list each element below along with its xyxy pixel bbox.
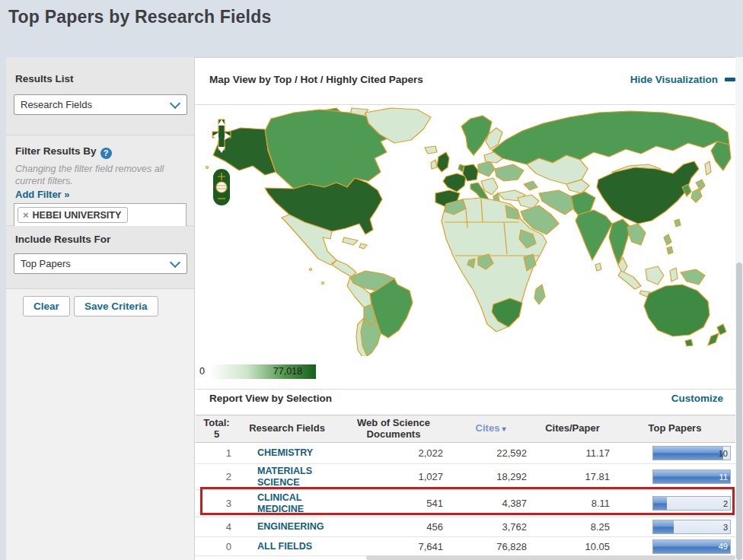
hide-visualization-label[interactable]: Hide Visualization [630, 74, 718, 85]
col-header-cites-per-paper: Cites/Paper [531, 415, 614, 442]
map-zoom-control[interactable] [213, 169, 230, 205]
top-papers-bar: 49 [652, 539, 731, 554]
col-header-research-fields: Research Fields [238, 415, 336, 442]
cites-cell: 76,828 [451, 541, 531, 552]
south-america[interactable] [347, 271, 413, 356]
rank-cell: 2 [196, 471, 238, 482]
report-table: Total:5 Research Fields Web of Science D… [196, 415, 735, 556]
remove-tag-icon[interactable]: × [23, 209, 29, 221]
results-list-dropdown-value: Research Fields [14, 99, 171, 110]
include-results-dropdown-value: Top Papers [14, 258, 171, 269]
bar-value-label: 11 [719, 473, 728, 482]
top-papers-cell: 2 [614, 496, 735, 511]
table-row-chemistry[interactable]: 1 CHEMISTRY 2,022 22,592 11.17 10 [196, 443, 735, 464]
rank-cell: 3 [196, 498, 238, 509]
add-filter-link[interactable]: Add Filter » [15, 189, 70, 200]
scale-min-label: 0 [199, 366, 205, 377]
europe[interactable] [431, 116, 525, 207]
filter-tags-box: × HEBEI UNIVERSITY [14, 203, 187, 227]
rank-cell: 4 [196, 521, 238, 533]
wos-cell: 1,027 [336, 471, 451, 482]
filter-section: Filter Results By? Changing the filter f… [6, 135, 194, 226]
chevron-down-icon [170, 256, 180, 267]
scale-max-label: 77,018 [273, 366, 302, 377]
globe-icon [216, 182, 227, 192]
top-papers-cell: 11 [614, 469, 735, 484]
total-value: 5 [214, 428, 219, 440]
filter-heading-label: Filter Results By [15, 145, 97, 157]
country-china [597, 161, 699, 224]
top-papers-bar: 2 [652, 496, 731, 511]
save-criteria-button[interactable]: Save Criteria [74, 296, 158, 317]
rank-cell: 1 [196, 447, 238, 459]
cites-header-label[interactable]: Cites [476, 423, 500, 434]
cites-cell: 18,292 [451, 471, 531, 482]
map-view-title: Map View by Top / Hot / Highly Cited Pap… [209, 74, 423, 85]
question-mark-icon[interactable]: ? [100, 148, 112, 159]
filter-tag-hebei-university[interactable]: × HEBEI UNIVERSITY [18, 207, 128, 223]
top-papers-cell: 49 [614, 539, 735, 554]
divider [196, 389, 735, 390]
filter-note: Changing the filter field removes all cu… [15, 164, 183, 187]
north-america[interactable] [213, 108, 437, 277]
results-list-dropdown[interactable]: Research Fields [14, 94, 187, 115]
table-row-engineering[interactable]: 4 ENGINEERING 456 3,762 8.25 3 [196, 517, 735, 537]
table-row-all-fields[interactable]: 0 ALL FIELDS 7,641 76,828 10.05 49 [196, 537, 735, 556]
top-papers-cell: 10 [614, 446, 735, 460]
sort-descending-icon: ▾ [502, 425, 505, 434]
bar-value-label: 49 [719, 542, 728, 551]
filter-tag-label: HEBEI UNIVERSITY [33, 210, 122, 221]
field-link[interactable]: ALL FIELDS [238, 541, 336, 552]
country-indonesia [646, 266, 664, 285]
results-list-section: Results List Research Fields [6, 57, 194, 135]
vertical-scrollbar-thumb[interactable] [736, 262, 742, 560]
col-header-total: Total:5 [196, 415, 238, 442]
customize-link[interactable]: Customize [671, 393, 723, 404]
wos-cell: 456 [336, 521, 451, 533]
hide-visualization-link[interactable]: Hide Visualization [594, 74, 735, 85]
field-link[interactable]: CHEMISTRY [238, 447, 336, 459]
cpp-cell: 10.05 [531, 541, 614, 552]
bar-value-label: 10 [719, 449, 728, 458]
field-link[interactable]: ENGINEERING [238, 521, 336, 533]
cites-cell: 4,387 [451, 498, 531, 509]
col-header-cites-sort[interactable]: Cites▾ [451, 415, 531, 442]
minus-icon [725, 78, 735, 81]
country-japan [696, 180, 705, 190]
cpp-cell: 17.81 [531, 471, 614, 482]
wos-cell: 541 [336, 498, 451, 509]
color-scale-bar: 77,018 [209, 364, 316, 379]
sidebar-actions-section: Clear Save Criteria [6, 289, 194, 560]
include-results-dropdown[interactable]: Top Papers [14, 253, 187, 274]
cpp-cell: 8.25 [531, 521, 614, 533]
bar-value-label: 2 [723, 499, 728, 508]
chevron-down-icon [170, 97, 180, 108]
country-uk [437, 152, 449, 172]
wos-cell: 2,022 [336, 447, 451, 459]
country-australia [644, 285, 710, 336]
top-papers-bar: 3 [652, 520, 731, 534]
field-link[interactable]: CLINICAL MEDICINE [238, 492, 336, 515]
cites-cell: 22,592 [451, 447, 531, 459]
page-title: Top Papers by Research Fields [8, 7, 271, 27]
table-header-row: Total:5 Research Fields Web of Science D… [196, 415, 735, 443]
top-papers-bar: 11 [652, 469, 731, 484]
esi-app: Top Papers by Research Fields Results Li… [0, 0, 743, 560]
table-row-clinical-medicine[interactable]: 3 CLINICAL MEDICINE 541 4,387 8.11 2 [196, 490, 735, 517]
top-papers-cell: 3 [614, 520, 735, 534]
wos-cell: 7,641 [336, 541, 451, 552]
col-header-top-papers: Top Papers [614, 415, 735, 442]
horizontal-scrollbar-thumb[interactable] [366, 555, 735, 560]
field-link[interactable]: MATERIALS SCIENCE [238, 466, 336, 488]
include-results-section: Include Results For Top Papers [6, 226, 194, 289]
country-india [576, 210, 612, 260]
cpp-cell: 8.11 [531, 498, 614, 509]
world-map-choropleth[interactable] [196, 107, 735, 356]
rank-cell: 0 [196, 541, 238, 552]
col-header-wos-documents: Web of Science Documents [336, 415, 451, 442]
clear-button[interactable]: Clear [23, 296, 70, 317]
table-row-materials-science[interactable]: 2 MATERIALS SCIENCE 1,027 18,292 17.81 1… [196, 464, 735, 490]
sidebar: Results List Research Fields Filter Resu… [6, 57, 195, 560]
cpp-cell: 11.17 [531, 447, 614, 459]
bar-value-label: 3 [723, 523, 728, 532]
